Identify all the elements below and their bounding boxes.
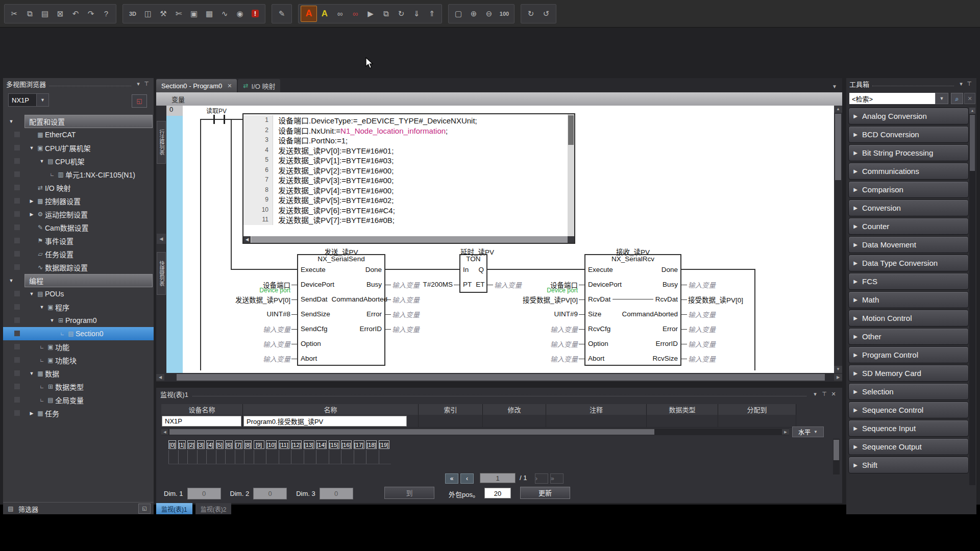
variable-name-cell[interactable]: Program0.接受数据_读PV — [243, 416, 407, 427]
collapse-panel-icon[interactable]: ◀ — [157, 234, 166, 244]
array-index-label[interactable]: [2] — [187, 440, 195, 449]
copy-icon[interactable]: ⧉ — [22, 6, 37, 21]
toolbox-category[interactable]: ▶ Program Control — [848, 346, 969, 363]
array-index-label[interactable]: [8] — [244, 440, 252, 449]
redo-icon[interactable]: ↷ — [83, 6, 99, 21]
operand-label[interactable]: 输入变量 — [550, 321, 585, 336]
undo-icon[interactable]: ↶ — [68, 6, 83, 21]
3d-view-icon[interactable]: 3D — [125, 6, 140, 21]
scrollbar-thumb[interactable] — [970, 115, 975, 171]
operand-label[interactable] — [384, 336, 392, 351]
array-index-label[interactable]: [13] — [304, 440, 314, 449]
array-index-label[interactable]: [3] — [197, 440, 205, 449]
operand-label[interactable]: 发送数据_读PV[0] — [235, 292, 298, 307]
expander-icon[interactable]: ▶ — [849, 370, 862, 376]
online-edit-start-icon[interactable]: ↻ — [523, 6, 538, 21]
filter-bar[interactable]: ▤ 筛选器 ◱ — [3, 502, 154, 515]
filter-expand-icon[interactable]: ◱ — [138, 504, 151, 514]
array-value-cell[interactable] — [206, 450, 216, 464]
array-index-label[interactable]: [9] — [254, 440, 264, 449]
operand-label[interactable]: 输入变量 — [680, 351, 716, 366]
operand-label[interactable]: 输入变量 — [384, 277, 420, 292]
toolbox-category[interactable]: ▶ SD Memory Card — [848, 365, 969, 382]
array-value-cell[interactable] — [366, 450, 379, 464]
toolbox-category[interactable]: ▶ Bit String Processing — [848, 144, 969, 161]
cut-icon[interactable]: ✂ — [7, 6, 22, 21]
contact-读取PV[interactable] — [224, 115, 225, 124]
tab-list-dropdown-icon[interactable]: ▼ — [832, 84, 837, 89]
toolbox-category[interactable]: ▶ Communications — [848, 163, 969, 180]
fb-ton-timer[interactable]: 延时_读PV TON In Q T#200MS PT — [459, 254, 487, 293]
goto-button[interactable]: 到 — [384, 487, 434, 499]
st-vertical-scrollbar[interactable] — [568, 114, 574, 236]
toolbox-search-input[interactable]: <检索> — [849, 93, 935, 104]
operand-label[interactable] — [486, 262, 494, 277]
edit-variables-icon[interactable]: ✎ — [274, 6, 289, 21]
operand-label[interactable]: 输入变量 — [680, 321, 716, 336]
first-page-button[interactable]: « — [445, 473, 458, 484]
expander-icon[interactable]: ▼ — [38, 305, 46, 310]
operand-label[interactable]: 输入变量 — [263, 351, 298, 366]
toolbox-category[interactable]: ▶ FCS — [848, 273, 969, 290]
expander-icon[interactable]: ▶ — [28, 212, 36, 217]
ladder-editor-canvas[interactable]: 行注释列表 ◀ 快捷键列表 0 读取PV 1 设备端口.DeviceType:=… — [156, 106, 842, 373]
tree-item[interactable]: ▱ 任务设置 — [3, 247, 154, 261]
expander-icon[interactable]: ▼ — [28, 371, 36, 376]
dimension-input[interactable]: 0 — [253, 488, 287, 499]
tree-item[interactable]: ∟ ▣ 功能 — [3, 340, 154, 354]
array-value-cell[interactable] — [354, 450, 366, 464]
expander-icon[interactable]: ▶ — [849, 168, 862, 174]
side-tab-shortcut-list[interactable]: 快捷键列表 — [157, 252, 166, 295]
expander-icon[interactable]: ▶ — [849, 113, 862, 119]
operand-label[interactable]: UINT#9 — [554, 307, 585, 321]
operand-label[interactable]: 输入变量 — [680, 336, 716, 351]
tab-io-map[interactable]: ⇄ I/O 映射 — [238, 79, 280, 92]
array-value-cell[interactable] — [178, 450, 188, 464]
expander-icon[interactable]: ▶ — [849, 334, 862, 339]
operand-label[interactable]: 输入变量 — [550, 351, 585, 366]
search-icon[interactable]: ◉ — [232, 6, 248, 21]
error-list-icon[interactable]: ! — [248, 6, 263, 21]
zoom-in-icon[interactable]: ⊕ — [466, 6, 481, 21]
array-index-label[interactable]: [5] — [216, 440, 224, 449]
expander-icon[interactable]: ∟ — [38, 384, 46, 389]
tab-section0-program0[interactable]: Section0 - Program0 ✕ — [156, 79, 237, 92]
online-edit-end-icon[interactable]: ↺ — [538, 6, 554, 21]
operand-label[interactable]: 输入变量 — [263, 336, 298, 351]
tree-item[interactable]: ▼ ▣ CPU/扩展机架 — [3, 141, 154, 155]
tree-item[interactable]: ⇄ I/O 映射 — [3, 181, 154, 194]
cross-reference-icon[interactable]: ✄ — [171, 6, 186, 21]
expander-icon[interactable]: ▶ — [849, 242, 862, 247]
toolbox-category[interactable]: ▶ Counter — [848, 218, 969, 235]
tree-item[interactable]: ∟ ▤ 全局变量 — [3, 393, 154, 407]
array-value-cell[interactable] — [197, 450, 207, 464]
array-value-cell[interactable] — [279, 450, 291, 464]
operand-label[interactable] — [290, 262, 298, 277]
tree-item[interactable]: ▦ EtherCAT — [3, 128, 154, 141]
tab-watch-table-2[interactable]: 监视(表)2 — [195, 503, 232, 514]
watch-horizontal-scrollbar[interactable]: ◀ ▶ — [161, 429, 789, 435]
scrollbar-thumb[interactable] — [835, 114, 841, 180]
next-page-button[interactable]: › — [535, 473, 548, 484]
synchronize-icon[interactable]: ↻ — [394, 6, 409, 21]
delete-icon[interactable]: ⊠ — [53, 6, 68, 21]
side-tab-line-comment-list[interactable]: 行注释列表 — [157, 121, 166, 164]
expander-icon[interactable]: ▶ — [849, 260, 862, 266]
dimension-input[interactable]: 0 — [187, 488, 221, 499]
column-header[interactable]: 索引 — [419, 404, 483, 415]
update-button[interactable]: 更新 — [520, 487, 570, 499]
array-value-cell[interactable] — [254, 450, 266, 464]
expander-icon[interactable]: ▶ — [849, 389, 862, 394]
compare-icon[interactable]: ⧉ — [378, 6, 394, 21]
tree-item[interactable]: ∟ ▥ 单元1:NX-CIF105(N1) — [3, 168, 154, 181]
column-header[interactable]: 名称 — [243, 404, 419, 415]
array-index-label[interactable]: [7] — [235, 440, 242, 449]
expander-icon[interactable]: ▼ — [28, 145, 36, 151]
prev-page-button[interactable]: ‹ — [460, 473, 474, 484]
toolbox-category[interactable]: ▶ Shift — [848, 457, 969, 473]
expander-icon[interactable]: ▼ — [28, 291, 36, 296]
column-header[interactable]: 设备名称 — [161, 404, 243, 415]
column-header[interactable]: 注释 — [546, 404, 647, 415]
tree-item[interactable]: ⚑ 事件设置 — [3, 234, 154, 247]
toolbox-category[interactable]: ▶ Other — [848, 328, 969, 345]
